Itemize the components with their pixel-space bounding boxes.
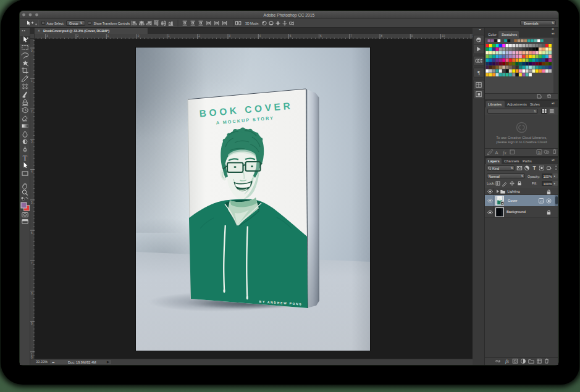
svg-text:T: T	[532, 165, 536, 171]
svg-text:St: St	[538, 150, 541, 154]
svg-text:9: 9	[411, 35, 413, 38]
svg-text:1: 1	[31, 80, 33, 83]
svg-text:7: 7	[31, 262, 33, 265]
svg-text:3: 3	[46, 35, 48, 38]
svg-text:6: 6	[31, 231, 33, 235]
svg-text:6: 6	[320, 35, 322, 38]
svg-text:1: 1	[107, 35, 109, 38]
svg-text:7: 7	[350, 35, 352, 38]
svg-text:0: 0	[138, 35, 140, 38]
svg-text:0: 0	[31, 49, 33, 52]
svg-text:2: 2	[198, 35, 200, 38]
svg-text:fx: fx	[503, 150, 506, 156]
svg-text:10: 10	[442, 35, 445, 38]
svg-text:T: T	[23, 154, 28, 162]
svg-text:2: 2	[77, 35, 78, 38]
svg-text:2: 2	[31, 110, 33, 113]
svg-text:3: 3	[229, 35, 230, 38]
svg-text:5: 5	[31, 201, 33, 204]
svg-text:9: 9	[31, 322, 33, 325]
svg-text:8: 8	[31, 292, 33, 295]
svg-text:4: 4	[31, 170, 33, 173]
svg-text:¶: ¶	[477, 70, 480, 76]
svg-text:1: 1	[168, 35, 170, 38]
svg-text:fx: fx	[505, 358, 509, 364]
svg-text:4: 4	[259, 35, 261, 38]
svg-text:5: 5	[290, 35, 292, 38]
svg-text:A: A	[495, 150, 498, 156]
svg-text:8: 8	[380, 35, 382, 38]
svg-text:3: 3	[31, 140, 33, 143]
